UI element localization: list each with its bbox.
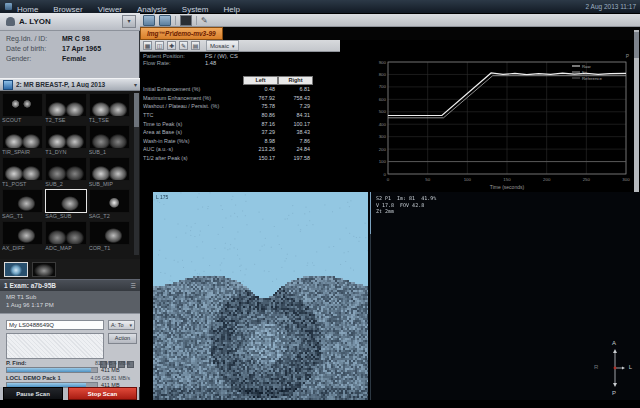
row-value-right: 758.43 bbox=[278, 95, 313, 101]
info-label: Date of birth: bbox=[6, 45, 62, 52]
search-input[interactable] bbox=[6, 320, 104, 330]
window-toolbar: ✎ bbox=[140, 14, 640, 27]
open-folder-icon[interactable] bbox=[143, 15, 155, 26]
split-layout-icon[interactable]: ◫ bbox=[155, 41, 164, 50]
svg-text:Raw: Raw bbox=[582, 64, 591, 69]
table-row: Area at Base (s)37.2938.43 bbox=[143, 128, 313, 137]
annotate-pen-icon[interactable]: ✎ bbox=[201, 16, 208, 25]
thumbnail[interactable]: SCOUT bbox=[2, 93, 43, 123]
menu-item-system[interactable]: System bbox=[182, 5, 209, 14]
thumbnail[interactable]: T1_DYN bbox=[45, 125, 86, 155]
crosshair-icon[interactable]: ✚ bbox=[167, 41, 176, 50]
thumbnail[interactable]: T2_TSE bbox=[45, 93, 86, 123]
row-label: Washout / Plateau / Persist. (%) bbox=[143, 103, 243, 109]
svg-text:800: 800 bbox=[379, 72, 387, 77]
thumbnail[interactable]: SUB_2 bbox=[45, 157, 86, 187]
thumbnail-image bbox=[89, 125, 130, 149]
active-study-tab[interactable]: Img™Pr\demo-mv3-99 bbox=[140, 27, 223, 40]
save-folder-icon[interactable] bbox=[159, 15, 171, 26]
stop-scan-button[interactable]: Stop Scan bbox=[68, 387, 137, 400]
thumbnail[interactable]: AX_DIFF bbox=[2, 221, 43, 251]
menu-bar: HomeBrowserViewerAnalysisSystemHelp 2 Au… bbox=[0, 0, 640, 13]
table-row: AUC (a.u.·s)213.2624.84 bbox=[143, 145, 313, 154]
mini-thumbnail-row bbox=[0, 259, 140, 279]
thumbnail-panel: SCOUTT2_TSET1_TSETIR_SPAIRT1_DYNSUB_1T1_… bbox=[0, 91, 140, 259]
action-button[interactable]: Action bbox=[108, 333, 137, 344]
mini-thumbnail-mip[interactable] bbox=[4, 262, 28, 277]
patient-info-row: Gender:Female bbox=[6, 55, 134, 62]
thumbnail[interactable]: T1_TSE bbox=[89, 93, 130, 123]
scrollbar-thumb[interactable] bbox=[634, 32, 639, 58]
secondary-viewport[interactable]: S2 P1 Im: 81 41.9%V 17.8 FOV 42.8Zt 2mm … bbox=[368, 192, 640, 400]
thumbnail[interactable]: SAG_T1 bbox=[2, 189, 43, 219]
patient-icon bbox=[6, 17, 15, 26]
row-label: Initial Enhancement (%) bbox=[143, 86, 243, 92]
thumbnail[interactable]: T1_POST bbox=[2, 157, 43, 187]
time-intensity-chart-panel: P 01002003004005006007008009000501001502… bbox=[372, 52, 634, 192]
thumbnail[interactable]: ADC_MAP bbox=[45, 221, 86, 251]
transfer-bar-row: 411 MB bbox=[6, 367, 136, 373]
table-row: T1/2 after Peak (s)150.17197.58 bbox=[143, 154, 313, 163]
chart-corner-label: P bbox=[626, 53, 629, 59]
thumbnail-caption: T1_DYN bbox=[45, 149, 86, 155]
row-label: Wash-in Rate (%/s) bbox=[143, 138, 243, 144]
mosaic-dropdown[interactable]: Mosaic ▾ bbox=[206, 40, 239, 51]
bottom-strip bbox=[0, 400, 640, 408]
thumbnail[interactable]: SUB_1 bbox=[89, 125, 130, 155]
meta-label: Flow Rate: bbox=[143, 60, 205, 66]
thumbnail-image bbox=[2, 189, 43, 213]
thumbnail[interactable]: SUB_MIP bbox=[89, 157, 130, 187]
menu-icon[interactable]: ☰ bbox=[131, 282, 136, 289]
thumbnail-caption: TIR_SPAIR bbox=[2, 149, 43, 155]
pause-scan-button[interactable]: Pause Scan bbox=[3, 387, 63, 400]
row-value-right: 24.84 bbox=[278, 146, 313, 152]
meta-label: Patient Position: bbox=[143, 53, 205, 59]
rows-layout-icon[interactable]: ▤ bbox=[191, 41, 200, 50]
row-value-left: 87.16 bbox=[243, 121, 278, 127]
info-value: Female bbox=[62, 55, 86, 62]
svg-text:100: 100 bbox=[464, 177, 472, 182]
thumbnail[interactable]: SAG_T2 bbox=[89, 189, 130, 219]
compass-posterior-label: P bbox=[612, 390, 616, 396]
table-column-header: Right bbox=[278, 76, 313, 85]
patient-info-row: Reg.Idn. / ID:MR C 98 bbox=[6, 35, 134, 42]
svg-text:400: 400 bbox=[379, 122, 387, 127]
patient-banner: A. LYON ▾ bbox=[0, 13, 140, 31]
mri-image[interactable] bbox=[153, 192, 368, 400]
grid-layout-icon[interactable]: ▦ bbox=[143, 41, 152, 50]
mri-viewport[interactable]: L 175 bbox=[153, 192, 368, 400]
svg-text:200: 200 bbox=[379, 147, 387, 152]
menu-item-analysis[interactable]: Analysis bbox=[137, 5, 167, 14]
thumbnail[interactable]: TIR_SPAIR bbox=[2, 125, 43, 155]
series-header[interactable]: 2: MR BREAST-P, 1 Aug 2013 ▾ bbox=[0, 78, 140, 91]
meta-row: Flow Rate:1.48 bbox=[140, 59, 372, 66]
mini-thumbnail-gray[interactable] bbox=[32, 262, 56, 277]
thumbnail-caption: T1_TSE bbox=[89, 117, 130, 123]
svg-text:900: 900 bbox=[379, 60, 387, 65]
transfer-label-row: LOCL DEMO Pack 14.05 GB 81 MB/s bbox=[6, 375, 130, 381]
compass-anterior-label: A bbox=[612, 340, 616, 346]
patient-collapse-button[interactable]: ▾ bbox=[122, 15, 136, 28]
thumbnail-image bbox=[45, 189, 86, 213]
thumbnail-scrollbar[interactable] bbox=[134, 93, 139, 255]
thumbnail[interactable]: SAG_SUB bbox=[45, 189, 86, 219]
filter-dropdown[interactable]: A: To ▾ bbox=[108, 320, 135, 330]
compass-left-label: L bbox=[629, 364, 632, 370]
scrollbar-thumb[interactable] bbox=[134, 93, 139, 127]
monitor-icon[interactable] bbox=[180, 15, 192, 26]
svg-text:100: 100 bbox=[379, 159, 387, 164]
kinetics-table: LeftRight Initial Enhancement (%)0.486.8… bbox=[143, 76, 313, 162]
table-row: Initial Enhancement (%)0.486.81 bbox=[143, 85, 313, 94]
queue-list[interactable] bbox=[6, 333, 104, 359]
svg-text:0: 0 bbox=[387, 177, 390, 182]
menu-item-help[interactable]: Help bbox=[223, 5, 239, 14]
window-scrollbar[interactable] bbox=[634, 30, 639, 192]
transfer-extra: 811 MB 4 MB/s bbox=[95, 360, 130, 366]
table-row: TTC80.8684.31 bbox=[143, 111, 313, 120]
thumbnail[interactable]: COR_T1 bbox=[89, 221, 130, 251]
thumbnail-image bbox=[45, 125, 86, 149]
svg-text:Time (seconds): Time (seconds) bbox=[490, 184, 525, 190]
thumbnail-caption: SAG_T2 bbox=[89, 213, 130, 219]
patient-info: Reg.Idn. / ID:MR C 98Date of birth:17 Ap… bbox=[0, 31, 140, 78]
pen-icon[interactable]: ✎ bbox=[179, 41, 188, 50]
